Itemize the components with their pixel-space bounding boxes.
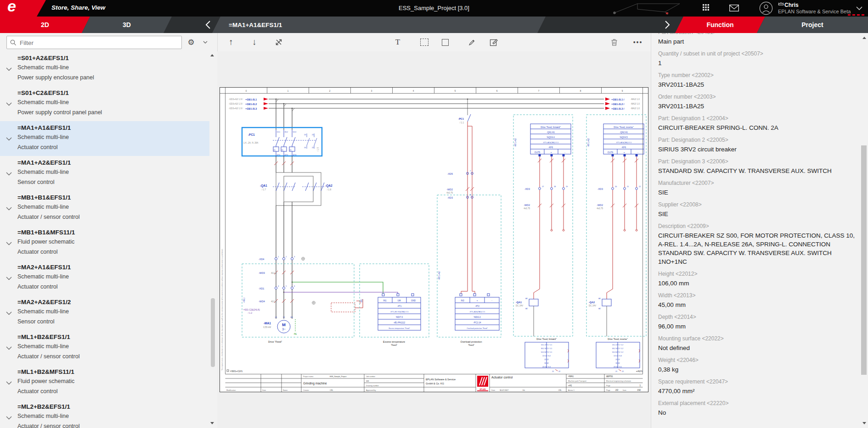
apps-grid-icon[interactable]: [702, 4, 710, 12]
page-type: Schematic multi-line: [17, 341, 205, 351]
sidebar-item[interactable]: =MB1+B1&MFS11/1 Fluid power schematic Ac…: [0, 226, 209, 261]
chevron-down-icon[interactable]: [6, 100, 12, 108]
fc1-aux-14: 14: [304, 147, 306, 149]
sidebar-item[interactable]: =ML2+B2&EFS1/1 Schematic multi-line Actu…: [0, 400, 209, 428]
field-pair: Weight <22046>0,38 kg: [658, 357, 860, 374]
chevron-down-icon[interactable]: [6, 134, 12, 143]
move-up-button[interactable]: ↑: [223, 35, 239, 50]
sidebar-item[interactable]: =ML1+B2&MFS11/1 Fluid power schematic Ac…: [0, 365, 209, 400]
chevron-down-icon[interactable]: [6, 169, 12, 178]
field-value: CIRCUIT-BREAKER SZ S00, FOR MOTOR PROTEC…: [658, 231, 860, 266]
pencil-tool-button[interactable]: [464, 35, 479, 50]
rectangle-tool-button[interactable]: [437, 35, 453, 50]
boxd-out: OUT5: [535, 151, 541, 154]
edit-tool-button[interactable]: [486, 35, 502, 50]
field-pair: Part: Designation 2 <22005>SIRIUS 3RV2 c…: [658, 137, 860, 154]
page-title: =MB1+B1&EFS1/1: [17, 194, 205, 202]
bus-l3-right-name: =GB1-2L3 /: [611, 107, 625, 110]
sidebar-item[interactable]: =S01+C2&EFS1/1 Schematic multi-line Powe…: [0, 86, 209, 121]
xd1-tag: -XD1: [259, 287, 264, 290]
fc1-aux-13: 13: [304, 134, 306, 136]
boxd-xr3: 13 14 / 6.2: [542, 355, 551, 357]
tab-2d[interactable]: 2D: [0, 17, 90, 33]
page-forward-chevron[interactable]: [660, 19, 674, 30]
tab-3d[interactable]: 3D: [82, 17, 172, 33]
page-tab[interactable]: =MA1+A1&EFS1/1: [212, 17, 546, 33]
user-name: Chris: [784, 2, 799, 8]
user-chevron-down-icon[interactable]: [855, 6, 863, 12]
tab-function[interactable]: Function: [675, 17, 765, 33]
chevron-down-icon[interactable]: [6, 204, 12, 212]
field-label: Order number <22003>: [658, 94, 860, 100]
sidebar-item[interactable]: =MA2+A2&EFS1/2 Schematic multi-line Sens…: [0, 295, 209, 330]
qa1-xref: / 1.7: [262, 189, 266, 191]
boxb-location: +B1: [361, 299, 363, 303]
sidebar-item[interactable]: =MA2+A1&EFS1/1 Schematic multi-line Actu…: [0, 261, 209, 295]
field-label: Height <22012>: [658, 271, 860, 278]
chevron-down-icon[interactable]: [6, 309, 12, 317]
sidebar-item[interactable]: =ML1+B2&EFS1/1 Schematic multi-line Actu…: [0, 330, 209, 365]
boxe-wd2-tag: -WD2: [597, 204, 603, 206]
bus-l2-left-ref: -GD3+A2/ 1.9 /: [229, 103, 243, 105]
schematic-canvas[interactable]: 0 1 2 3 4 5 6 7 8 9 The reproduction, di…: [217, 51, 651, 428]
field-pair: Space requirement <22047>4770,00 mm²: [658, 378, 860, 395]
ruler-1: 1: [287, 90, 289, 92]
sidebar-scroll-up-icon[interactable]: [210, 54, 214, 56]
fit-expand-button[interactable]: [271, 35, 287, 50]
move-down-button[interactable]: ↓: [247, 35, 262, 50]
user-avatar-icon[interactable]: [759, 1, 773, 17]
boxc-location: -KF1+A2: [438, 271, 440, 280]
delete-trash-icon[interactable]: [606, 35, 622, 50]
ruler-0: 0: [246, 90, 247, 92]
sidebar-item[interactable]: =MB1+B1&EFS1/1 Schematic multi-line Actu…: [0, 191, 209, 226]
chevron-down-icon[interactable]: [6, 65, 12, 73]
sidebar-scrollbar-thumb[interactable]: [211, 298, 215, 367]
sidebar-item[interactable]: =MA1+A2&EFS1/1 Schematic multi-line Sens…: [0, 156, 209, 191]
chevron-down-icon[interactable]: [6, 239, 12, 247]
tb-job: 006: [366, 380, 369, 382]
page-title: =MB1+B1&MFS11/1: [17, 228, 205, 237]
bus-l3-right-ref: -MA2/ 1.0: [631, 107, 640, 110]
boxc-caption2: "Feed": [468, 344, 474, 346]
sidebar-item[interactable]: =S01+A2&EFS1/1 Schematic multi-line Powe…: [0, 51, 209, 86]
frame-copyright-note: The reproduction, distribution and utili…: [221, 249, 223, 371]
tb-creator-label: Creator: [303, 389, 309, 391]
more-options-icon[interactable]: •••: [630, 35, 646, 50]
field-label: Space requirement <22047>: [658, 378, 860, 385]
boxe-wd2-spec: 4x0,75: [597, 207, 603, 210]
tab-project[interactable]: Project: [757, 17, 868, 33]
tb-page-label: Page: [606, 385, 610, 387]
red-dash-decoration: [862, 14, 864, 16]
filter-input[interactable]: [19, 38, 179, 48]
boxb-caption1: Excess temperature: [383, 340, 405, 343]
user-org: EPLAN Software & Service Beta: [778, 9, 851, 14]
xd4-pin2: 2: [286, 256, 287, 258]
bus-l1-left-ref: -GD3+A2/ 1.9 /: [229, 98, 243, 100]
footer-c3: 21: [615, 371, 617, 372]
chevron-down-icon[interactable]: [6, 378, 12, 387]
selection-tool-button[interactable]: [417, 35, 432, 50]
chevron-down-icon[interactable]: [6, 344, 12, 352]
tb-total: 192: [637, 389, 641, 391]
panel-scrollbar-thumb[interactable]: [861, 145, 867, 375]
boxd-r0: -QA1:A1: [547, 131, 555, 133]
boxd-r1: %QX4.4: [547, 136, 555, 139]
qa2-tag: -QA2: [325, 184, 333, 188]
sidebar-scroll-down-icon[interactable]: [210, 422, 214, 424]
chevron-down-icon[interactable]: [6, 413, 12, 422]
settings-chevron-down-icon[interactable]: [197, 35, 213, 50]
page-desc: Actuator control: [17, 386, 205, 396]
ruler-4: 4: [413, 90, 414, 92]
text-tool-button[interactable]: T: [390, 35, 406, 50]
panel-scroll-down-icon[interactable]: [862, 422, 866, 424]
mail-icon[interactable]: [729, 5, 739, 13]
fc1-pin-1l1: 1/L1: [277, 131, 280, 133]
sidebar-item-selected[interactable]: =MA1+A1&EFS1/1 Schematic multi-line Actu…: [0, 121, 209, 156]
page-back-chevron[interactable]: [201, 19, 215, 30]
boxd-t3: 19: [566, 186, 568, 188]
settings-gear-icon[interactable]: ⚙: [183, 35, 199, 50]
panel-scroll-up-icon[interactable]: [862, 37, 866, 39]
page-desc: Sensor control: [17, 177, 205, 187]
fc1-trip-1: I>: [274, 149, 276, 151]
chevron-down-icon[interactable]: [6, 274, 12, 282]
